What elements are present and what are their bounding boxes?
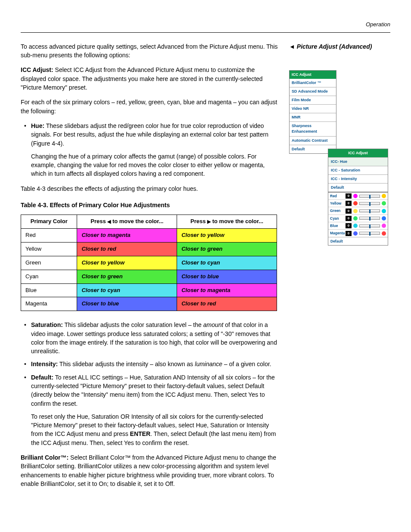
table-lead: Table 4-3 describes the effects of adjus… [21,184,281,193]
brilliant-label: Brilliant Color™: [21,454,68,461]
primary-color-cell: Yellow [21,242,77,256]
bullet-saturation: Saturation: This slidebar adjusts the co… [31,320,281,355]
left-effect-cell: Closer to blue [77,297,177,311]
left-effect-cell: Closer to magenta [77,229,177,243]
menu-item[interactable]: Film Mode [290,96,336,104]
right-color-dot [382,209,386,213]
right-color-dot [382,216,386,221]
slider-thumb[interactable] [369,224,371,228]
table-row: MagentaCloser to blueCloser to red [21,297,277,311]
slider-track[interactable] [359,232,380,235]
right-color-dot [382,224,386,228]
slider-label: Magenta [330,230,344,236]
bullet-intensity: Intensity: This slidebar adjusts the int… [31,360,281,368]
advanced-menu-header: ICC Adjust [290,71,336,79]
int-label: Intensity: [31,361,58,367]
hue-text: These slidebars adjust the red/green col… [31,122,268,147]
left-effect-cell: Closer to red [77,242,177,256]
sat-amount: amount [203,321,224,328]
primary-color-cell: Blue [21,283,77,297]
menu-item[interactable]: MNR [290,113,336,121]
advanced-menu: ICC Adjust BrilliantColor ™SD Advanced M… [289,70,336,153]
th-left: Press ◀ to move the color... [77,215,177,229]
icc-adjust-label: ICC Adjust: [21,66,53,73]
right-effect-cell: Closer to cyan [177,256,277,270]
sidebar-heading: ◄Picture Adjust (Advanced) [289,42,390,51]
slider-row: Yellow 0 [328,199,388,207]
left-effect-cell: Closer to yellow [77,256,177,270]
menu-item[interactable]: SD Advanced Mode [290,87,336,96]
left-color-dot [353,224,358,228]
intro-p1: To access advanced picture quality setti… [21,42,281,60]
header-section: Operation [21,21,390,29]
brilliant-para: Brilliant Color™: Select Brilliant Color… [21,453,281,488]
submenu-item[interactable]: ICC- Hue [328,157,388,166]
slider-row: Cyan 0 [328,215,388,222]
left-color-dot [353,231,358,236]
right-arrow-icon: ▶ [207,219,211,224]
left-effect-cell: Closer to green [77,270,177,283]
slider-value: 0 [346,216,352,221]
right-color-dot [382,201,386,205]
primary-color-cell: Cyan [21,270,77,283]
right-effect-cell: Closer to yellow [177,229,277,243]
slider-value: 0 [346,223,352,228]
left-color-dot [353,216,358,221]
slider-thumb[interactable] [369,217,371,221]
slider-thumb[interactable] [369,195,371,199]
def-sub-para: To reset only the Hue, Saturation OR Int… [31,412,281,447]
bullet-hue: Hue: These slidebars adjust the red/gree… [31,121,281,178]
slider-track[interactable] [359,224,380,227]
th-right: Press ▶ to move the color... [177,215,277,229]
right-color-dot [382,194,386,198]
slider-thumb[interactable] [369,232,371,236]
hue-effects-table: Primary Color Press ◀ to move the color.… [21,215,277,311]
right-effect-cell: Closer to green [177,242,277,256]
slider-default[interactable]: Default [328,237,388,245]
menu-item[interactable]: Video NR [290,104,336,113]
back-arrow-icon: ◄ [289,43,295,50]
int-text-b: – of a given color. [222,361,271,367]
hue-sliders-panel: Red 0 Yellow 0 Green 0 Cyan 0 Blue 0 Mag… [328,192,388,246]
slider-track[interactable] [359,209,380,212]
int-luminance: luminance [195,361,222,367]
slider-label: Green [330,208,344,213]
submenu-item[interactable]: Default [328,183,388,192]
sat-label: Saturation: [31,321,63,328]
table-row: CyanCloser to greenCloser to blue [21,270,277,283]
slider-value: 0 [346,193,352,199]
slider-row: Magenta 0 [328,229,388,236]
slider-track[interactable] [359,217,380,220]
right-effect-cell: Closer to blue [177,270,277,283]
primary-color-cell: Green [21,256,77,270]
slider-track[interactable] [359,202,380,205]
int-text-a: This slidebar adjusts the intensity – al… [58,361,195,367]
hue-sub-para: Changing the hue of a primary color affe… [31,152,281,178]
submenu-item[interactable]: ICC - Intensity [328,174,388,183]
slider-label: Red [330,193,344,199]
primary-color-cell: Magenta [21,297,77,311]
header-rule [21,32,390,33]
slider-thumb[interactable] [369,209,371,213]
table-row: GreenCloser to yellowCloser to cyan [21,256,277,270]
right-effect-cell: Closer to magenta [177,283,277,297]
intro-p3: For each of the six primary colors – red… [21,98,281,115]
submenu-item[interactable]: ICC - Saturation [328,166,388,174]
slider-row: Red 0 [328,193,388,199]
table-row: BlueCloser to cyanCloser to magenta [21,283,277,297]
menu-item[interactable]: Sharpness Enhancement [290,121,336,136]
table-title: Table 4-3. Effects of Primary Color Hue … [21,201,281,209]
menu-item[interactable]: BrilliantColor ™ [290,79,336,87]
table-row: YellowCloser to redCloser to green [21,242,277,256]
left-color-dot [353,194,358,198]
right-color-dot [382,231,386,236]
slider-row: Blue 0 [328,222,388,229]
menu-item[interactable]: Automatic Contrast [290,136,336,145]
icc-adjust-para: ICC Adjust: Select ICC Adjust from the A… [21,65,281,92]
icc-adjust-text: Select ICC Adjust from the Advanced Pict… [21,66,263,91]
right-effect-cell: Closer to red [177,297,277,311]
slider-row: Green 0 [328,207,388,214]
slider-value: 0 [346,231,352,236]
slider-thumb[interactable] [369,202,371,206]
slider-track[interactable] [359,195,380,198]
